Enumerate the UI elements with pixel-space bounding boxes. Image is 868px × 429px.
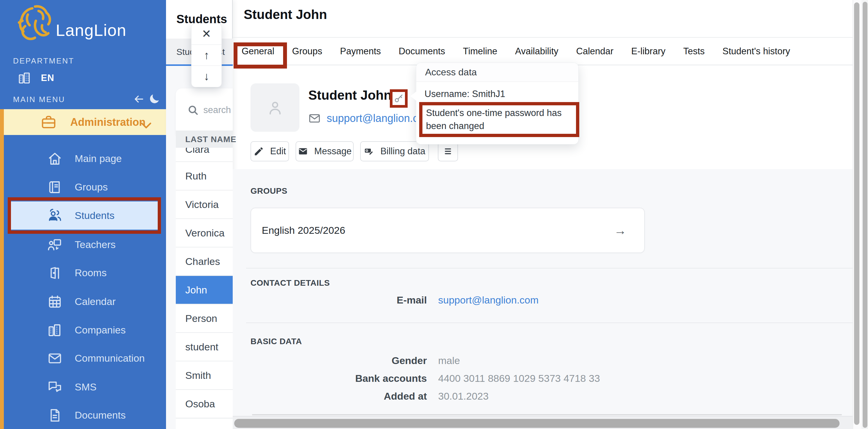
tab-availability[interactable]: Availability xyxy=(515,46,559,57)
profile-tab-bar: General Groups Payments Documents Timeli… xyxy=(233,38,852,65)
sidebar-section-administration[interactable]: Administration xyxy=(4,109,166,135)
sidebar-item-communication[interactable]: Communication xyxy=(4,344,166,372)
teacher-icon xyxy=(47,237,63,253)
sidebar-item-calendar[interactable]: Calendar xyxy=(4,287,166,316)
students-icon xyxy=(47,208,63,224)
collapse-sidebar-icon[interactable] xyxy=(133,93,145,105)
department-label: DEPARTMENT xyxy=(13,56,74,65)
envelope-filled-icon xyxy=(298,146,308,156)
section-divider xyxy=(246,322,852,323)
edit-button[interactable]: Edit xyxy=(250,141,289,162)
move-up-button[interactable]: ↑ xyxy=(191,45,221,66)
tab-groups[interactable]: Groups xyxy=(292,46,322,57)
sidebar-item-label: Companies xyxy=(75,324,126,336)
briefcase-icon xyxy=(40,114,57,131)
sidebar-item-students[interactable]: Students xyxy=(10,201,160,230)
main-menu-label: MAIN MENU xyxy=(13,95,65,104)
table-row[interactable]: Charles xyxy=(176,248,233,276)
sidebar-item-sms[interactable]: SMS xyxy=(4,373,166,401)
email-field-label: E-mail xyxy=(208,294,427,306)
sidebar-item-label: Teachers xyxy=(75,239,116,250)
group-name: English 2025/2026 xyxy=(262,225,345,236)
table-row-clipped[interactable]: Clara xyxy=(176,148,233,162)
envelope-outline-icon xyxy=(308,112,321,125)
buildings-icon xyxy=(17,70,32,85)
sidebar-item-label: Documents xyxy=(75,409,126,421)
bank-accounts-label: Bank accounts xyxy=(208,373,427,384)
table-row-partial xyxy=(176,419,233,429)
move-down-button[interactable]: ↓ xyxy=(191,65,221,87)
tab-e-library[interactable]: E-library xyxy=(631,46,665,57)
page-vertical-scrollbar-thumb[interactable] xyxy=(863,2,867,428)
tooltip-body: Username: SmithJ1 Student's one-time pas… xyxy=(416,82,578,144)
sidebar-item-label: Calendar xyxy=(75,296,116,307)
sidebar: LangLion DEPARTMENT EN MAIN MENU Ad xyxy=(0,0,166,429)
search-input[interactable] xyxy=(204,103,232,117)
sidebar-item-teachers[interactable]: Teachers xyxy=(4,231,166,259)
active-section-strip xyxy=(0,109,4,429)
sidebar-item-companies[interactable]: Companies xyxy=(4,316,166,344)
menu-icon xyxy=(443,146,453,156)
basic-data-section-label: BASIC DATA xyxy=(250,337,302,346)
column-header-last-name[interactable]: LAST NAME xyxy=(176,131,233,148)
tab-calendar[interactable]: Calendar xyxy=(576,46,614,57)
annotation-key-icon xyxy=(390,89,408,108)
department-selector[interactable]: EN xyxy=(17,70,54,85)
tab-timeline[interactable]: Timeline xyxy=(463,46,497,57)
tab-students-history[interactable]: Student's history xyxy=(722,46,790,57)
table-row[interactable]: Victoria xyxy=(176,191,233,219)
horizontal-scrollbar-thumb[interactable] xyxy=(234,419,840,428)
inner-vertical-scrollbar-thumb[interactable] xyxy=(854,2,859,425)
dark-mode-moon-icon[interactable] xyxy=(148,92,161,105)
table-row[interactable]: Person xyxy=(176,305,233,333)
arrow-right-icon: → xyxy=(614,223,626,238)
chevron-down-icon xyxy=(137,117,155,134)
person-icon xyxy=(265,98,285,117)
sidebar-item-documents[interactable]: Documents xyxy=(4,401,166,429)
sidebar-item-rooms[interactable]: Rooms xyxy=(4,259,166,287)
added-at-value: 30.01.2023 xyxy=(438,391,489,402)
tab-payments[interactable]: Payments xyxy=(340,46,381,57)
email-field-value[interactable]: support@langlion.com xyxy=(438,294,539,306)
tooltip-caret xyxy=(410,91,416,101)
sidebar-item-label: Main page xyxy=(75,153,122,164)
calendar-icon xyxy=(47,294,63,310)
document-icon xyxy=(47,407,63,423)
tooltip-header: Access data xyxy=(416,63,578,82)
sidebar-item-label: Communication xyxy=(75,352,145,364)
envelope-icon xyxy=(47,350,63,366)
search-icon xyxy=(187,104,199,116)
added-at-label: Added at xyxy=(208,391,427,402)
contact-section-label: CONTACT DETAILS xyxy=(250,278,330,288)
message-button[interactable]: Message xyxy=(296,141,354,162)
tab-general[interactable]: General xyxy=(242,46,274,57)
langlion-logo: LangLion xyxy=(16,2,126,46)
door-icon xyxy=(47,265,63,281)
group-card[interactable]: English 2025/2026 → xyxy=(250,208,645,253)
annotation-password-note: Student's one-time password has been cha… xyxy=(419,102,579,137)
profile-email-row: support@langlion.com xyxy=(308,112,433,125)
sidebar-item-groups[interactable]: Groups xyxy=(4,173,166,201)
billing-data-button[interactable]: Billing data xyxy=(360,141,429,162)
department-value: EN xyxy=(41,73,54,83)
tab-documents[interactable]: Documents xyxy=(399,46,445,57)
gender-value: male xyxy=(438,355,460,366)
table-row[interactable]: Veronica xyxy=(176,219,233,248)
tab-actions-popup: ✕ ↑ ↓ xyxy=(191,23,222,87)
logo-text: LangLion xyxy=(56,21,126,40)
tab-tests[interactable]: Tests xyxy=(683,46,705,57)
companies-icon xyxy=(47,322,63,338)
avatar xyxy=(250,83,300,132)
chat-bubbles-icon xyxy=(47,379,63,395)
sidebar-item-main-page[interactable]: Main page xyxy=(4,144,166,173)
access-data-key-icon[interactable] xyxy=(393,93,404,104)
bank-accounts-value: 4400 3011 8869 1029 5373 4718 33 xyxy=(438,373,600,384)
sidebar-item-label: SMS xyxy=(75,381,97,393)
access-data-tooltip: Access data Username: SmithJ1 Student's … xyxy=(416,63,579,144)
close-tab-button[interactable]: ✕ xyxy=(191,23,221,45)
groups-section-label: GROUPS xyxy=(250,186,287,196)
table-row[interactable]: Ruth xyxy=(176,162,233,191)
inner-scroll-track xyxy=(252,414,842,416)
billing-icon xyxy=(364,146,374,156)
section-divider xyxy=(246,268,852,268)
